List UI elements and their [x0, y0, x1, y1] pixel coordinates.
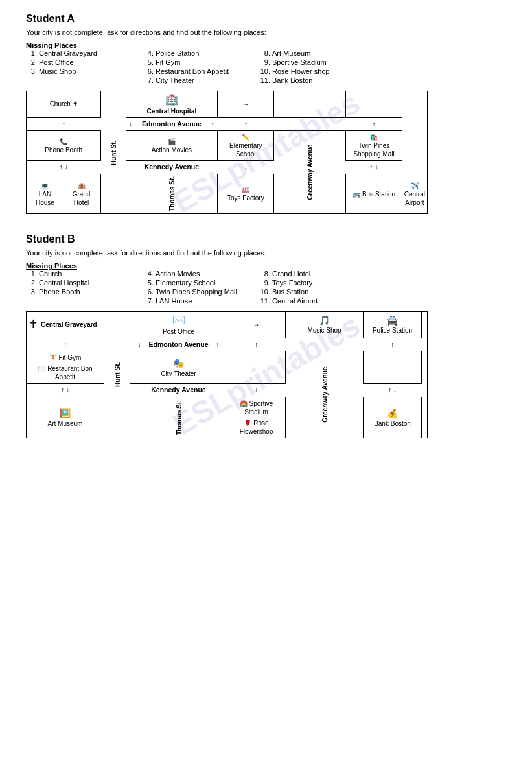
restaurant-label: Restaurant Bon Appetit — [47, 365, 93, 381]
list-item: Police Station — [156, 49, 246, 57]
central-hospital-cell: 🏥 Central Hospital — [126, 91, 218, 118]
lan-icon: 💻 — [41, 182, 49, 189]
central-airport-cell: ✈️ Central Airport — [402, 174, 427, 214]
greenway-b-label: Greenway Avenue — [286, 351, 364, 438]
art-label: Art Museum — [48, 420, 83, 427]
police-station-cell: 🚔 Police Station — [364, 311, 422, 338]
airport-label: Central Airport — [404, 191, 425, 206]
empty-b-2 — [422, 397, 428, 438]
police-icon: 🚔 — [387, 315, 398, 326]
list-item: Restaurant Bon Appetit — [156, 67, 246, 75]
list-item: Bank Boston — [272, 77, 363, 84]
student-b-title: Student B — [26, 233, 506, 245]
arr5: ↑ ↓ — [27, 161, 101, 174]
edmonton-ave-b: ↓ Edmonton Avenue ↑ — [130, 338, 227, 351]
theater-label: City Theater — [161, 370, 196, 377]
post-office-cell: ✉️ Post Office — [130, 311, 227, 338]
elementary-school-cell: ✏️ Elementary School — [218, 131, 274, 161]
hunt-st-label: Hunt St. — [101, 91, 126, 214]
fitgym-restaurant-cell: 🏋️ Fit Gym 🍽️ Restaurant Bon Appetit — [27, 351, 104, 384]
hospital-icon: 🏥 — [128, 93, 216, 107]
arr-right: → — [227, 311, 286, 338]
student-b-instruction: Your city is not complete, ask for direc… — [26, 249, 506, 257]
student-a-missing-title: Missing Places — [26, 41, 506, 49]
bus-icon: 🚌 — [353, 191, 360, 198]
twin-pines-icon: 🛍️ — [370, 134, 378, 141]
cross-icon: ✝ — [29, 317, 38, 332]
arr-b4: ↑ — [364, 338, 422, 351]
list-item: LAN House — [156, 297, 246, 305]
list-item: Grand Hotel — [272, 270, 363, 278]
airport-icon: ✈️ — [411, 182, 419, 189]
bus-airport-cell: 🚌 Bus Station — [346, 174, 402, 214]
list-item: Elementary School — [156, 279, 246, 287]
toys-factory-cell: 🏭 Toys Factory — [218, 174, 274, 214]
empty-top-right-2 — [346, 91, 402, 118]
list-item: City Theater — [156, 77, 246, 84]
elementary-icon: ✏️ — [242, 134, 249, 141]
bank-label: Bank Boston — [374, 420, 411, 427]
stadium-icon: 🏟️ — [240, 400, 248, 407]
lan-label: LAN House — [36, 191, 54, 206]
factory-icon: 🏭 — [242, 186, 249, 193]
list-item: Central Airport — [272, 297, 363, 305]
student-a-missing: Missing Places Central Graveyard Post Of… — [26, 41, 506, 86]
list-item: Sportive Stadium — [272, 58, 363, 66]
list-item: Rose Flower shop — [272, 67, 363, 75]
action-movies-cell: 🎬 Action Movies — [126, 131, 218, 161]
student-a-instruction: Your city is not complete, ask for direc… — [26, 29, 506, 36]
fitgym-label: Fit Gym — [58, 354, 81, 361]
phone-booth-cell: 📞 Phone Booth — [27, 131, 101, 161]
art-museum-cell: 🖼️ Art Museum — [27, 397, 104, 438]
restaurant-icon: 🍽️ — [38, 365, 45, 372]
list-item: Music Shop — [39, 67, 130, 75]
graveyard-cell: ✝ Central Graveyard — [27, 311, 104, 338]
list-item: Twin Pines Shopping Mall — [156, 288, 246, 296]
student-b-missing-title: Missing Places — [26, 262, 506, 270]
arr-b3 — [286, 338, 364, 351]
lan-grand-cell: 💻LAN House 🏨Grand Hotel — [27, 174, 101, 214]
post-label: Post Office — [163, 328, 194, 335]
music-label: Music Shop — [307, 327, 341, 334]
map-b: ✝ Central Graveyard Hunt St. ✉️ Post Off… — [26, 311, 506, 438]
list-item: Toys Factory — [272, 279, 363, 287]
list-item: Fit Gym — [156, 58, 246, 66]
arr-b1: ↑ — [27, 338, 104, 351]
list-item: Phone Booth — [39, 288, 130, 296]
student-b-missing: Missing Places Church Central Hospital P… — [26, 262, 506, 306]
bus-label: Bus Station — [362, 191, 395, 198]
kennedy-ave: Kennedy Avenue — [126, 161, 218, 174]
arrow-cell-1: → — [218, 91, 274, 118]
arr7: ↑ ↓ — [346, 161, 402, 174]
city-theater-cell: 🎭 City Theater — [130, 351, 227, 384]
edmonton-ave: ↓ Edmonton Avenue ↑ — [126, 117, 218, 131]
arr-b2: ↑ — [227, 338, 286, 351]
hospital-label: Central Hospital — [128, 107, 216, 115]
empty-top-right-1 — [274, 91, 346, 118]
stadium-label: Sportive Stadium — [244, 400, 273, 416]
arr-b5: ← — [227, 351, 286, 384]
rose-icon: 🌹 — [244, 420, 251, 427]
theater-icon: 🎭 — [173, 358, 184, 368]
thomas-st-b-cell: Thomas St. — [130, 397, 227, 438]
hotel-label: Grand Hotel — [73, 191, 91, 206]
arr2: ↑ — [218, 117, 274, 131]
list-item: Bus Station — [272, 288, 363, 296]
elementary-label: Elementary School — [229, 142, 262, 158]
arr-b7: ↓ — [227, 384, 286, 397]
post-icon: ✉️ — [172, 314, 185, 326]
map-a-table: Church ✝ Hunt St. 🏥 Central Hospital → ↑… — [26, 91, 428, 214]
kennedy-ave-b: Kennedy Avenue — [130, 384, 227, 397]
list-item: Post Office — [39, 58, 130, 66]
list-item: Art Museum — [272, 49, 363, 57]
phone-booth-label: Phone Booth — [45, 147, 82, 154]
thomas-st-cell: Thomas St. — [126, 174, 218, 214]
list-item: Central Hospital — [39, 279, 130, 287]
factory-label: Toys Factory — [227, 195, 264, 202]
church-cell: Church ✝ — [27, 91, 101, 118]
list-item: Central Graveyard — [39, 49, 130, 57]
map-b-table: ✝ Central Graveyard Hunt St. ✉️ Post Off… — [26, 311, 428, 438]
list-item: Action Movies — [156, 270, 246, 278]
arr4: ↑ — [346, 117, 402, 131]
fitgym-icon: 🏋️ — [49, 354, 57, 361]
